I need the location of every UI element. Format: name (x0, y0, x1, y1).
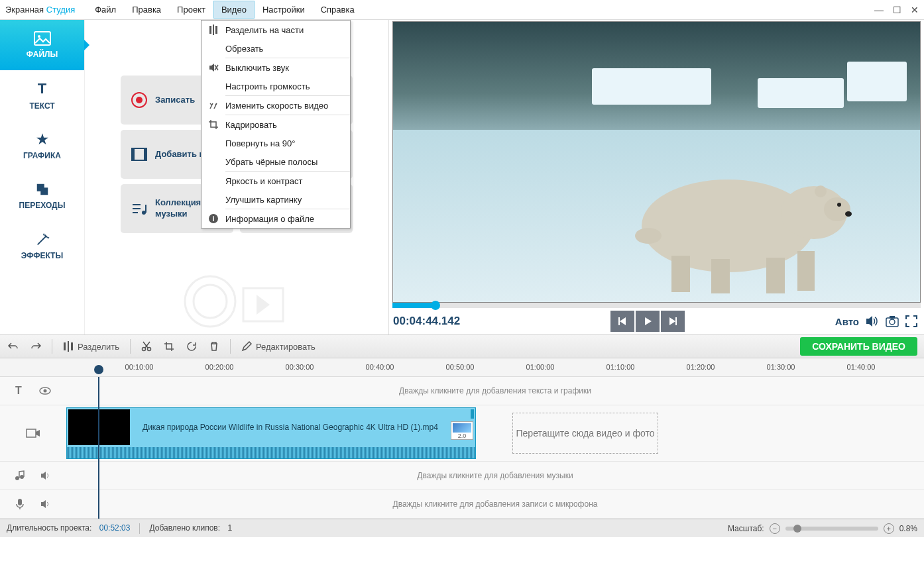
rotate-button[interactable] (185, 338, 198, 354)
dd-blackbars[interactable]: Убрать чёрные полосы (202, 152, 350, 171)
timeline-toolbar: Разделить Редактировать СОХРАНИТЬ ВИДЕО (0, 335, 924, 358)
track-mic-body[interactable]: Дважды кликните для добавления записи с … (66, 490, 924, 518)
menubar: Экранная Студия Файл Правка Проект Видео… (0, 0, 924, 20)
auto-size-button[interactable]: Авто (835, 316, 859, 327)
dd-split[interactable]: Разделить на части (202, 21, 350, 39)
split-button[interactable]: Разделить (62, 338, 121, 354)
text-icon: T (38, 80, 46, 97)
music-track-icon (15, 470, 25, 481)
dd-trim[interactable]: Обрезать (202, 39, 350, 58)
dd-enhance[interactable]: Улучшить картинку (202, 190, 350, 209)
ruler-tick: 00:10:00 (125, 363, 154, 371)
dd-mute[interactable]: Выключить звук (202, 58, 350, 77)
mute-icon (202, 62, 225, 73)
fullscreen-icon[interactable] (905, 315, 917, 327)
edit-button[interactable]: Редактировать (240, 338, 317, 354)
clip-label: Дикая природа России Wildlife in Russia … (143, 423, 438, 432)
crop-button[interactable] (162, 338, 176, 354)
maximize-button[interactable]: ☐ (893, 5, 901, 15)
dd-brightness[interactable]: Яркость и контраст (202, 172, 350, 190)
menu-video[interactable]: Видео (213, 1, 255, 19)
track-text: T Дважды кликните для добавления текста … (0, 377, 924, 405)
prev-button[interactable] (610, 311, 634, 332)
snapshot-icon[interactable] (886, 315, 899, 327)
mic-track-icon (15, 498, 25, 510)
crop-icon (202, 119, 225, 130)
window-controls: — ☐ ✕ (874, 5, 919, 15)
svg-point-23 (845, 211, 852, 217)
track-volume-icon[interactable] (40, 499, 52, 509)
svg-point-41 (15, 476, 19, 480)
redo-button[interactable] (29, 338, 42, 354)
info-icon: i (202, 213, 225, 224)
menu-settings[interactable]: Настройки (255, 1, 313, 19)
clips-value: 1 (227, 523, 232, 534)
svg-point-42 (20, 475, 24, 479)
dd-speed[interactable]: Изменить скорость видео (202, 96, 350, 115)
svg-rect-32 (890, 316, 895, 319)
scrub-bar[interactable] (392, 303, 921, 308)
ruler[interactable]: 00:10:0000:20:0000:30:0000:40:0000:50:00… (0, 358, 924, 377)
track-video: Дикая природа России Wildlife in Russia … (0, 405, 924, 462)
menu-file[interactable]: Файл (87, 1, 124, 19)
svg-rect-35 (68, 341, 69, 352)
status-bar: Длительность проекта: 00:52:03 Добавлено… (0, 519, 924, 537)
dd-crop[interactable]: Кадрировать (202, 115, 350, 134)
video-menu-dropdown: Разделить на части Обрезать Выключить зв… (201, 20, 351, 229)
next-button[interactable] (661, 311, 685, 332)
play-button[interactable] (636, 311, 660, 332)
track-volume-icon[interactable] (40, 471, 52, 480)
close-button[interactable]: ✕ (911, 5, 919, 15)
visibility-icon[interactable] (39, 386, 51, 395)
svg-rect-27 (766, 258, 785, 293)
preview-panel: 00:04:44.142 Авто (388, 20, 924, 335)
text-track-icon: T (15, 385, 22, 397)
svg-point-16 (185, 276, 235, 327)
ruler-tick: 01:00:00 (526, 363, 555, 371)
track-video-body[interactable]: Дикая природа России Wildlife in Russia … (66, 405, 924, 461)
side-tab-text[interactable]: T ТЕКСТ (0, 70, 84, 121)
clip-waveform (67, 447, 475, 458)
ruler-tick: 00:50:00 (446, 363, 475, 371)
playhead[interactable] (98, 377, 99, 519)
svg-rect-5 (34, 32, 50, 45)
side-tab-transitions[interactable]: ПЕРЕХОДЫ (0, 171, 84, 221)
image-icon (34, 31, 51, 46)
track-text-body[interactable]: Дважды кликните для добавления текста и … (66, 377, 924, 405)
copy-icon (34, 182, 51, 197)
wand-icon (34, 232, 51, 247)
dd-rotate[interactable]: Повернуть на 90° (202, 134, 350, 152)
zoom-slider[interactable] (785, 527, 878, 531)
clip-handle-right[interactable] (471, 409, 474, 419)
dd-fileinfo[interactable]: iИнформация о файле (202, 209, 350, 228)
zoom-out-button[interactable]: − (770, 523, 780, 534)
menu-help[interactable]: Справка (313, 1, 363, 19)
video-clip[interactable]: Дикая природа России Wildlife in Russia … (66, 407, 476, 459)
save-video-button[interactable]: СОХРАНИТЬ ВИДЕО (800, 337, 917, 356)
record-icon (130, 91, 148, 109)
undo-button[interactable] (7, 338, 20, 354)
side-tab-effects[interactable]: ЭФФЕКТЫ (0, 221, 84, 272)
menu-project[interactable]: Проект (169, 1, 213, 19)
track-music-body[interactable]: Дважды кликните для добавления музыки (66, 462, 924, 490)
dd-volume[interactable]: Настроить громкость (202, 77, 350, 95)
svg-rect-34 (71, 342, 73, 350)
zoom-label: Масштаб: (728, 524, 764, 533)
delete-button[interactable] (207, 338, 221, 354)
side-tab-files[interactable]: ФАЙЛЫ (0, 20, 84, 70)
video-preview[interactable] (392, 21, 921, 303)
ruler-tick: 01:40:00 (847, 363, 876, 371)
cut-button[interactable] (140, 338, 153, 354)
video-track-icon (26, 427, 40, 439)
minimize-button[interactable]: — (874, 5, 884, 15)
scrub-knob[interactable] (431, 301, 440, 310)
svg-rect-0 (209, 26, 211, 34)
menu-edit[interactable]: Правка (124, 1, 169, 19)
svg-point-29 (635, 228, 662, 244)
zoom-in-button[interactable]: + (884, 523, 894, 534)
video-drop-zone[interactable]: Перетащите сюда видео и фото (512, 413, 658, 454)
svg-point-6 (38, 35, 40, 38)
side-tab-graphics[interactable]: ★ ГРАФИКА (0, 121, 84, 171)
volume-icon[interactable] (866, 315, 879, 327)
svg-point-21 (824, 197, 850, 221)
